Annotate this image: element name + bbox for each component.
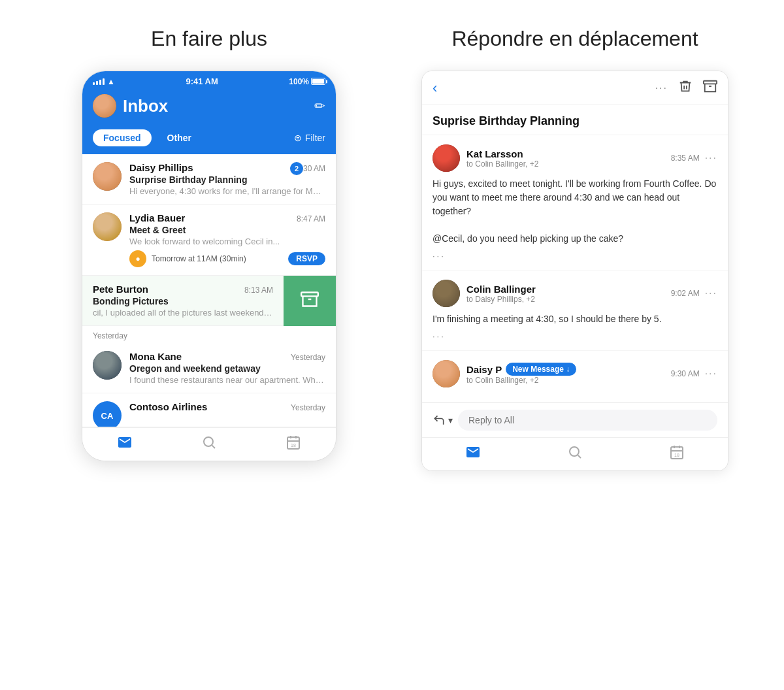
thread-body: Kat Larsson to Colin Ballinger, +2 8:35 … [422, 135, 728, 402]
svg-line-12 [578, 455, 581, 458]
right-title: Répondre en déplacement [451, 26, 698, 51]
svg-text:18: 18 [674, 453, 679, 457]
msg-sender-colin: Colin Ballinger [466, 284, 664, 295]
signal-bar-1 [93, 82, 95, 85]
message-header-colin: Colin Ballinger to Daisy Phillips, +2 9:… [433, 280, 717, 307]
email-sender-pete: Pete Burton [93, 284, 148, 295]
nav-calendar[interactable]: 18 [286, 435, 301, 450]
msg-expand-kat[interactable]: ··· [433, 251, 717, 261]
msg-to-colin: to Daisy Phillips, +2 [466, 295, 664, 304]
date-separator: Yesterday [82, 326, 336, 343]
email-subject-lydia: Meet & Greet [129, 225, 325, 235]
archive-icon [301, 290, 319, 312]
avatar-colin [433, 280, 460, 307]
thread-bottom-nav: 18 [422, 437, 728, 470]
reply-chevron[interactable]: ▾ [448, 415, 453, 425]
email-subject-mona: Oregon and weekend getaway [129, 363, 325, 374]
new-message-badge[interactable]: New Message ↓ [506, 363, 576, 376]
email-time-contoso: Yesterday [291, 403, 325, 412]
thread-nav-calendar[interactable]: 18 [669, 444, 685, 460]
msg-sender-kat: Kat Larsson [466, 148, 664, 159]
avatar-daisy-thread [433, 360, 460, 387]
email-item-daisy[interactable]: Daisy Phillips 9:30 AM Surprise Birthday… [82, 154, 336, 205]
avatar-kat [433, 144, 460, 172]
battery-fill [312, 79, 324, 84]
msg-meta-daisy-thread: Daisy P New Message ↓ to Colin Ballinger… [466, 363, 664, 385]
battery-percent: 100% [289, 77, 309, 86]
rsvp-button[interactable]: RSVP [288, 252, 325, 265]
back-button[interactable]: ‹ [433, 80, 437, 97]
email-content-lydia: Lydia Bauer 8:47 AM Meet & Greet We look… [129, 212, 325, 267]
msg-to-kat: to Colin Ballinger, +2 [466, 159, 664, 169]
avatar-mona [93, 351, 122, 380]
email-item-contoso[interactable]: CA Contoso Airlines Yesterday [82, 393, 336, 427]
message-header-daisy-thread: Daisy P New Message ↓ to Colin Ballinger… [433, 360, 717, 387]
thread-nav-mail[interactable] [465, 444, 481, 460]
battery: 100% [289, 77, 325, 86]
tab-group: Focused Other [93, 129, 202, 146]
reply-button[interactable]: ▾ [433, 414, 453, 427]
email-top-row-lydia: Lydia Bauer 8:47 AM [129, 212, 325, 223]
email-top-row-mona: Mona Kane Yesterday [129, 351, 325, 362]
filter-bar: Focused Other ⊜ Filter [82, 125, 336, 154]
email-preview-mona: I found these restaurants near our apart… [129, 375, 325, 385]
compose-icon[interactable]: ✏ [314, 98, 325, 114]
email-subject-pete: Bonding Pictures [93, 296, 273, 306]
message-text-kat: Hi guys, excited to meet tonight. I'll b… [433, 177, 717, 246]
email-sender-lydia: Lydia Bauer [129, 212, 185, 223]
tab-other[interactable]: Other [157, 129, 202, 146]
email-item-pete[interactable]: Pete Burton 8:13 AM Bonding Pictures cil… [82, 276, 284, 326]
email-sender-contoso: Contoso Airlines [129, 401, 207, 412]
msg-meta-kat: Kat Larsson to Colin Ballinger, +2 [466, 148, 664, 169]
wifi-icon: ▲ [107, 77, 115, 86]
swipe-archive-action[interactable] [284, 276, 336, 326]
tab-focused[interactable]: Focused [93, 129, 152, 146]
signal-bars [93, 78, 105, 85]
email-item-mona[interactable]: Mona Kane Yesterday Oregon and weekend g… [82, 343, 336, 393]
email-content-contoso: Contoso Airlines Yesterday [129, 401, 325, 419]
status-time: 9:41 AM [186, 76, 218, 86]
message-header-kat: Kat Larsson to Colin Ballinger, +2 8:35 … [433, 144, 717, 172]
reply-input[interactable] [458, 410, 717, 431]
signal-bar-4 [103, 78, 105, 85]
left-column: En faire plus ▲ 9:41 AM 100% [46, 26, 372, 461]
nav-search[interactable] [201, 435, 217, 450]
email-top-row-contoso: Contoso Airlines Yesterday [129, 401, 325, 412]
email-subject: Surprise Birthday Planning [129, 174, 325, 185]
filter-button[interactable]: ⊜ Filter [294, 133, 325, 143]
avatar-daisy [93, 162, 122, 191]
status-bar: ▲ 9:41 AM 100% [82, 71, 336, 89]
email-time-lydia: 8:47 AM [297, 214, 325, 223]
inbox-avatar [93, 94, 116, 118]
msg-to-daisy-thread: to Colin Ballinger, +2 [466, 376, 664, 385]
phone-bottom-nav: 18 [82, 427, 336, 461]
avatar-lydia [93, 212, 122, 241]
trash-icon[interactable] [678, 79, 693, 97]
msg-options-colin[interactable]: ··· [705, 288, 717, 299]
rsvp-row: ● Tomorrow at 11AM (30min) RSVP [129, 250, 325, 267]
avatar-contoso: CA [93, 401, 122, 427]
more-options-icon[interactable]: ··· [655, 82, 668, 94]
nav-mail[interactable] [117, 435, 133, 450]
msg-options-kat[interactable]: ··· [705, 152, 717, 164]
msg-expand-colin[interactable]: ··· [433, 331, 717, 341]
status-bar-left: ▲ [93, 77, 115, 86]
svg-text:18: 18 [291, 443, 296, 448]
message-item-kat: Kat Larsson to Colin Ballinger, +2 8:35 … [422, 135, 728, 271]
filter-label: Filter [305, 133, 325, 143]
message-item-daisy-thread: Daisy P New Message ↓ to Colin Ballinger… [422, 351, 728, 402]
reply-bar: ▾ [422, 402, 728, 437]
message-item-colin: Colin Ballinger to Daisy Phillips, +2 9:… [422, 271, 728, 351]
email-top-row-pete: Pete Burton 8:13 AM [93, 284, 273, 295]
inbox-title-row: Inbox [93, 94, 168, 118]
email-time-mona: Yesterday [291, 353, 325, 362]
email-list: Daisy Phillips 9:30 AM Surprise Birthday… [82, 154, 336, 427]
svg-rect-0 [301, 292, 318, 296]
email-item-lydia[interactable]: Lydia Bauer 8:47 AM Meet & Greet We look… [82, 205, 336, 276]
msg-options-daisy-thread[interactable]: ··· [705, 368, 717, 380]
email-preview-lydia: We look forward to welcoming Cecil in... [129, 237, 325, 246]
archive-thread-icon[interactable] [703, 79, 717, 97]
filter-icon: ⊜ [294, 133, 302, 143]
email-time-pete: 8:13 AM [244, 286, 273, 295]
thread-nav-search[interactable] [567, 444, 583, 460]
